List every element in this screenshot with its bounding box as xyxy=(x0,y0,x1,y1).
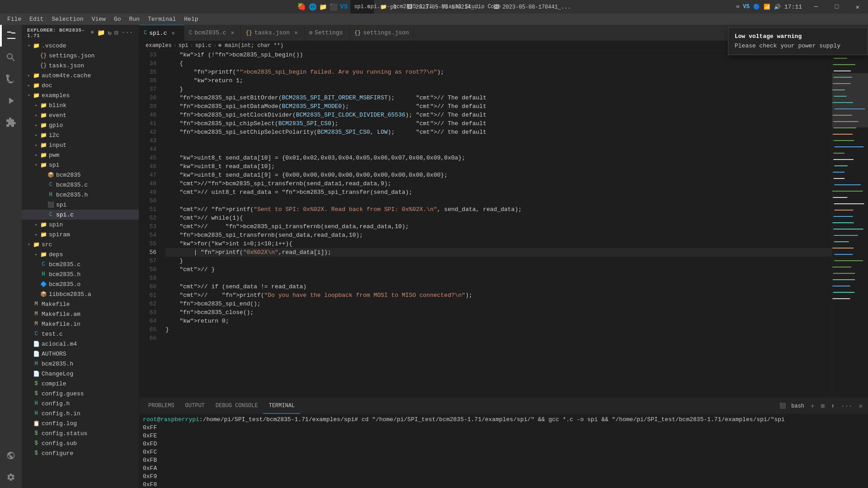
tree-item-config-h-in[interactable]: Hconfig.h.in xyxy=(22,408,139,418)
maximize-panel-btn[interactable]: ⬆ xyxy=(829,401,836,411)
more-icon[interactable]: ··· xyxy=(121,29,133,37)
tree-item-gpio[interactable]: ▸📁gpio xyxy=(22,120,139,130)
tree-item-libbcm2835-a[interactable]: 📦libbcm2835.a xyxy=(22,289,139,299)
menu-file[interactable]: File xyxy=(4,15,25,23)
tree-item-Makefile[interactable]: MMakefile xyxy=(22,299,139,309)
tree-item-bcm2835-o[interactable]: 🔷bcm2835.o xyxy=(22,279,139,289)
tree-item-bcm2835[interactable]: 📦bcm2835 xyxy=(22,170,139,180)
tree-item-doc[interactable]: ▸📁doc xyxy=(22,80,139,90)
more-panel-btn[interactable]: ··· xyxy=(839,402,854,411)
tree-item--vscode[interactable]: ▾📁.vscode xyxy=(22,41,139,51)
tree-item-bcm2835-c[interactable]: Cbcm2835.c xyxy=(22,180,139,190)
tab-spi-c[interactable]: C spi.c ✕ xyxy=(139,25,184,41)
extensions-icon[interactable] xyxy=(0,112,22,133)
tree-item-settings-json[interactable]: {}settings.json xyxy=(22,51,139,61)
remote-icon[interactable] xyxy=(0,445,22,466)
menu-selection[interactable]: Selection xyxy=(48,15,87,23)
tab-tasks-json-close[interactable]: ✕ xyxy=(292,29,300,37)
vsc-icon[interactable]: VS xyxy=(743,4,750,10)
menu-view[interactable]: View xyxy=(88,15,109,23)
tree-item-autom4te-cache[interactable]: ▸📁autom4te.cache xyxy=(22,70,139,80)
sidebar-content[interactable]: ▾📁.vscode {}settings.json {}tasks.json▸📁… xyxy=(22,41,139,488)
tree-item-examples[interactable]: ▾📁examples xyxy=(22,90,139,100)
tree-item-spiram[interactable]: ▸📁spiram xyxy=(22,230,139,239)
file-manager-icon[interactable]: 🌐 xyxy=(309,3,316,11)
breadcrumb-file[interactable]: spi.c xyxy=(195,42,212,49)
search-icon[interactable] xyxy=(0,47,22,68)
new-folder-icon[interactable]: 📁 xyxy=(97,29,105,37)
breadcrumb-func[interactable]: ⊕ main(int; char **) xyxy=(218,42,283,49)
tab-spi-c-close[interactable]: ✕ xyxy=(170,29,177,37)
folder-icon[interactable]: 📁 xyxy=(319,3,327,11)
tree-item-spi[interactable]: ▾📁spi xyxy=(22,160,139,170)
tree-item-bcm2835-h[interactable]: Hbcm2835.h xyxy=(22,269,139,279)
tree-item-config-status[interactable]: $config.status xyxy=(22,428,139,438)
tree-item-spi[interactable]: ⬛spi xyxy=(22,200,139,210)
tree-item-bcm2835-h[interactable]: Hbcm2835.h xyxy=(22,190,139,200)
tree-item-tasks-json[interactable]: {}tasks.json xyxy=(22,61,139,70)
editor[interactable]: 3334353637383940414243444546474849505152… xyxy=(139,51,868,398)
collapse-icon[interactable]: ⊟ xyxy=(114,29,118,37)
panel-tab-problems[interactable]: PROBLEMS xyxy=(143,398,180,414)
settings-icon[interactable] xyxy=(0,466,22,488)
panel-tab-terminal[interactable]: TERMINAL xyxy=(263,398,300,414)
tree-item-input[interactable]: ▸📁input xyxy=(22,140,139,150)
tree-item-spi-c[interactable]: Cspi.c xyxy=(22,210,139,220)
panel-tab-output[interactable]: OUTPUT xyxy=(180,398,210,414)
panel-tab-debug[interactable]: DEBUG CONSOLE xyxy=(210,398,264,414)
tree-item-src[interactable]: ▾📁src xyxy=(22,239,139,249)
terminal-icon[interactable]: ⬛ xyxy=(330,3,337,11)
tree-item-blink[interactable]: ▸📁blink xyxy=(22,100,139,110)
close-button[interactable]: ✕ xyxy=(847,0,868,14)
tree-item-config-log[interactable]: 📋config.log xyxy=(22,418,139,428)
tree-item-config-h[interactable]: Hconfig.h xyxy=(22,399,139,408)
tab-tasks-json[interactable]: {} tasks.json ✕ xyxy=(241,25,304,41)
tree-item-AUTHORS[interactable]: 📄AUTHORS xyxy=(22,349,139,359)
volume-icon[interactable]: 🔊 xyxy=(774,4,781,10)
tree-item-ChangeLog[interactable]: 📄ChangeLog xyxy=(22,369,139,379)
minimize-button[interactable]: ─ xyxy=(806,0,826,14)
tree-item-test-c[interactable]: Ctest.c xyxy=(22,329,139,339)
menu-edit[interactable]: Edit xyxy=(26,15,47,23)
run-debug-icon[interactable] xyxy=(0,90,22,112)
menu-terminal[interactable]: Terminal xyxy=(144,15,179,23)
menu-run[interactable]: Run xyxy=(125,15,143,23)
tree-item-event[interactable]: ▸📁event xyxy=(22,110,139,120)
tree-item-config-guess[interactable]: $config.guess xyxy=(22,389,139,399)
tree-item-aclocal-m4[interactable]: 📄aclocal.m4 xyxy=(22,339,139,349)
minimap[interactable] xyxy=(832,51,868,398)
explorer-icon[interactable] xyxy=(0,25,22,47)
tree-item-Makefile-in[interactable]: MMakefile.in xyxy=(22,319,139,329)
menu-go[interactable]: Go xyxy=(110,15,125,23)
tree-item-spin[interactable]: ▸📁spin xyxy=(22,220,139,230)
code-content[interactable]: "kw">if (!"fn">bcm2835_spi_begin()) { "f… xyxy=(162,51,832,398)
refresh-icon[interactable]: ↻ xyxy=(108,29,112,37)
menu-help[interactable]: Help xyxy=(180,15,202,23)
source-control-icon[interactable] xyxy=(0,68,22,90)
maximize-button[interactable]: □ xyxy=(826,0,847,14)
split-terminal-btn[interactable]: ⊞ xyxy=(819,401,826,411)
tree-item-config-sub[interactable]: $config.sub xyxy=(22,438,139,448)
tree-item-bcm2835-c[interactable]: Cbcm2835.c xyxy=(22,259,139,269)
breadcrumb-examples[interactable]: examples xyxy=(146,42,172,49)
tab-settings[interactable]: ⚙ Settings xyxy=(305,25,350,41)
wifi-icon[interactable]: 📶 xyxy=(764,4,770,10)
close-panel-btn[interactable]: ✕ xyxy=(857,401,864,411)
kbd-icon[interactable]: ⌨ xyxy=(736,4,739,10)
tree-item-pwm[interactable]: ▸📁pwm xyxy=(22,150,139,160)
new-file-icon[interactable]: + xyxy=(90,29,94,37)
tab-bcm2835-c[interactable]: C bcm2835.c ✕ xyxy=(184,25,241,41)
tab-title-4[interactable]: 🖼 2023-05-08-170441_... xyxy=(490,0,574,14)
tree-item-deps[interactable]: ▸📁deps xyxy=(22,249,139,259)
tree-item-compile[interactable]: $compile xyxy=(22,379,139,389)
tree-item-bcm2835-h[interactable]: Hbcm2835.h xyxy=(22,359,139,369)
breadcrumb-spi[interactable]: spi xyxy=(179,42,189,49)
bluetooth-icon[interactable]: 🔵 xyxy=(753,4,760,10)
tree-item-configure[interactable]: $configure xyxy=(22,448,139,458)
new-terminal-btn[interactable]: + xyxy=(809,402,816,411)
tree-item-i2c[interactable]: ▸📁i2c xyxy=(22,130,139,140)
tab-settings-json[interactable]: {} settings.json xyxy=(350,25,414,41)
tree-item-Makefile-am[interactable]: MMakefile.am xyxy=(22,309,139,319)
terminal-content[interactable]: root@raspberrypi:/home/pi/SPI_test/bcm28… xyxy=(139,414,868,488)
vscode-icon[interactable]: VS xyxy=(340,3,348,10)
